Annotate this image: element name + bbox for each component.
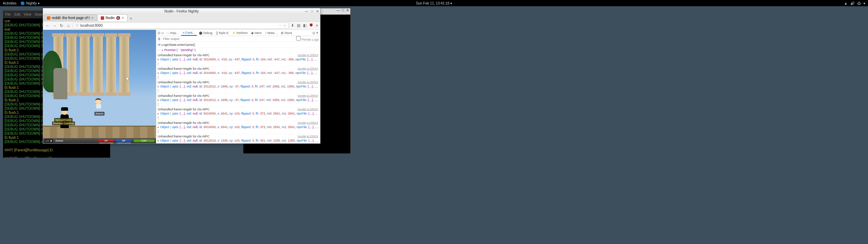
hp-bar: HP [7500/15000] — [98, 140, 114, 142]
tab-style[interactable]: {} Style E — [215, 31, 230, 35]
tab-strip: reddit: the front page of t ✕ Nodin 🔇 ✕ … — [43, 14, 320, 22]
activities-button[interactable]: Activities — [3, 1, 16, 5]
home-button[interactable]: ⌂ — [66, 23, 71, 28]
trash-icon[interactable]: 🗑 — [158, 37, 161, 41]
tab-console[interactable]: ≡ Cons… — [181, 30, 197, 36]
persist-logs-checkbox[interactable]: Persist Logs — [296, 36, 319, 41]
maximize-button[interactable]: □ — [342, 8, 344, 15]
inspector-picker-icon[interactable]: ⊡ — [158, 31, 160, 35]
new-tab-button[interactable]: + — [127, 16, 134, 21]
exp-bar: EXP — [134, 140, 155, 142]
close-button[interactable]: ✕ — [346, 8, 349, 15]
library-icon[interactable]: ▥ — [297, 23, 300, 28]
site-info-icon[interactable]: ⓘ — [75, 23, 79, 28]
firefox-icon: 🔵 — [20, 1, 25, 5]
mute-icon[interactable]: 🔇 — [116, 16, 120, 20]
minimize-button[interactable]: — — [305, 9, 308, 13]
devtools-dock-icon[interactable]: ⊡ — [312, 31, 315, 35]
tab-network[interactable]: ↕ Netw… — [264, 31, 279, 35]
mp-bar: MP [7500/15000] — [116, 140, 132, 142]
gnome-topbar: Activities 🔵 Nightly ▾ Sun Feb 11, 13:41… — [0, 0, 868, 6]
network-icon[interactable]: ▲ — [844, 1, 848, 5]
tab-debugger[interactable]: ⬤ Debug — [198, 31, 214, 35]
menu-file[interactable]: File — [5, 12, 11, 16]
downloads-icon[interactable]: ⬇ — [291, 23, 294, 28]
game-hud: LV. 8 Admin HP [7500/15000] MP [7500/150… — [43, 138, 156, 143]
forward-button[interactable]: → — [52, 23, 57, 28]
url-bar[interactable]: ⓘ localhost:8000 ⋯ ☆ — [73, 23, 289, 29]
tab-memory[interactable]: ◉ Mem — [250, 31, 263, 35]
statue-decoration — [53, 68, 67, 99]
power-icon[interactable]: ⏻ — [857, 1, 861, 5]
player-character[interactable] — [95, 98, 102, 109]
column-decoration — [93, 33, 103, 96]
console-filter-bar: 🗑 Persist Logs — [156, 36, 320, 42]
reload-button[interactable]: ↻ — [59, 23, 64, 28]
menu-icon[interactable]: ≡ — [316, 23, 318, 28]
tab-perf[interactable]: ⚡ Perform — [231, 31, 249, 35]
sidebar-icon[interactable]: ◧ — [303, 23, 307, 28]
app-menu[interactable]: 🔵 Nightly ▾ — [20, 1, 39, 5]
player-name-tag: Admin — [94, 112, 105, 116]
maximize-button[interactable]: □ — [311, 9, 313, 13]
level-label: LV. 8 — [44, 139, 53, 143]
window-title: Nodin - Firefox Nightly — [165, 9, 199, 13]
window-titlebar: Nodin - Firefox Nightly — □ ✕ — [43, 8, 320, 14]
hud-name: Admin — [55, 139, 63, 142]
close-icon[interactable]: ✕ — [122, 16, 124, 20]
filter-input[interactable] — [163, 37, 294, 41]
game-canvas[interactable]: Spiegelmann Monster Carnival Admin LV. 8… — [43, 30, 156, 143]
close-icon[interactable]: ✕ — [91, 16, 94, 20]
column-decoration — [80, 33, 90, 96]
tab-storage[interactable]: ⊞ Stora — [279, 31, 293, 35]
tab-nodin[interactable]: Nodin 🔇 ✕ — [98, 14, 127, 21]
ground-tiles — [43, 126, 156, 138]
back-button[interactable]: ← — [45, 23, 50, 28]
devtools-panel: ⊡ ▭ ⬚ Insp… ≡ Cons… ⬤ Debug {} Style E ⚡… — [156, 30, 320, 143]
tab-reddit[interactable]: reddit: the front page of t ✕ — [44, 14, 97, 21]
volume-icon[interactable]: 🔊 — [850, 1, 854, 5]
column-decoration — [119, 33, 129, 96]
console-output[interactable]: ≫ LoginState.enterGame()← ▸ Promise { : … — [156, 42, 320, 143]
menu-edit[interactable]: Edit — [14, 12, 20, 16]
column-decoration — [67, 33, 76, 96]
nav-toolbar: ← → ↻ ⌂ ⓘ localhost:8000 ⋯ ☆ ⬇ ▥ ◧ ⛊ ≡ — [43, 22, 320, 30]
responsive-icon[interactable]: ▭ — [161, 31, 164, 35]
column-decoration — [106, 33, 116, 96]
clock[interactable]: Sun Feb 11, 13:41:18 ▾ — [416, 1, 452, 5]
devtools-tabs: ⊡ ▭ ⬚ Insp… ≡ Cons… ⬤ Debug {} Style E ⚡… — [156, 30, 320, 36]
nodin-icon — [101, 16, 104, 20]
firefox-window: Nodin - Firefox Nightly — □ ✕ reddit: th… — [43, 8, 320, 144]
menu-view[interactable]: View — [24, 12, 31, 16]
game-cursor — [126, 77, 131, 81]
url-text: localhost:8000 — [80, 24, 103, 27]
page-action-icon[interactable]: ⋯ — [278, 24, 282, 27]
bookmark-icon[interactable]: ☆ — [283, 24, 286, 27]
devtools-close-icon[interactable]: ✕ — [316, 31, 319, 35]
ublock-icon[interactable]: ⛊ — [309, 23, 313, 28]
npc-title-tag: Monster Carnival — [52, 121, 75, 125]
minimize-button[interactable]: — — [336, 8, 340, 15]
reddit-icon — [47, 16, 50, 20]
user-menu[interactable]: ▾ — [863, 1, 865, 5]
tab-inspector[interactable]: ⬚ Insp… — [165, 31, 181, 35]
close-button[interactable]: ✕ — [316, 9, 319, 13]
